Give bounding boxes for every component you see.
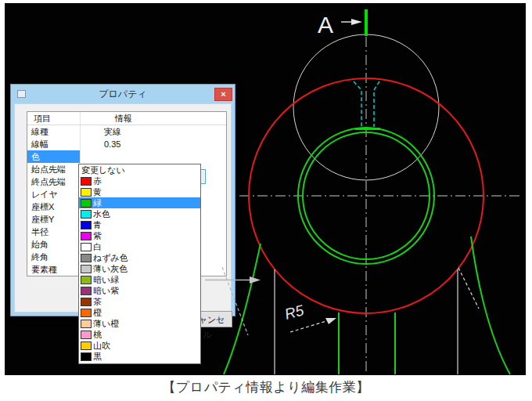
color-option[interactable]: 薄い灰色 — [79, 263, 200, 274]
color-option-label: 黄 — [93, 186, 102, 197]
row-label: 座標Y — [27, 213, 81, 226]
color-option[interactable]: 水色 — [79, 208, 200, 219]
color-option[interactable]: 白 — [79, 241, 200, 252]
color-swatch — [81, 221, 92, 229]
color-option-label: 薄い灰色 — [93, 263, 128, 274]
screenshot-root: A R5 プロパティ × 項目 情報 線種 実線 — [0, 0, 532, 401]
color-option-label: 赤 — [93, 175, 102, 186]
color-option[interactable]: 青 — [79, 219, 200, 230]
color-swatch — [81, 298, 92, 306]
row-label: 要素種 — [27, 263, 81, 276]
color-option[interactable]: 変更しない — [79, 164, 200, 175]
color-swatch — [81, 188, 92, 197]
color-swatch — [81, 199, 92, 208]
color-option[interactable]: 紫 — [79, 230, 200, 241]
color-option-label: 茶 — [93, 296, 102, 307]
color-option-label: 紫 — [93, 230, 102, 241]
header-item: 項目 — [27, 112, 81, 125]
row-label: 色 — [27, 150, 81, 163]
row-label: 半径 — [27, 226, 81, 238]
color-option[interactable]: 赤 — [79, 175, 200, 186]
color-option-label: 青 — [93, 219, 102, 230]
color-swatch — [81, 352, 92, 361]
color-option-highlighted[interactable]: 緑 — [79, 197, 200, 208]
color-option-label: 緑 — [93, 197, 102, 208]
dialog-title: プロパティ — [11, 88, 235, 101]
color-option[interactable]: 暗い緑 — [79, 274, 200, 285]
color-option-label: 山吹 — [93, 340, 110, 351]
row-label: 終角 — [27, 251, 81, 263]
row-value — [81, 150, 226, 163]
row-value: 実線 — [81, 125, 226, 138]
color-option[interactable]: 黄 — [79, 186, 200, 197]
row-label: 線種 — [27, 125, 81, 138]
caption: 【プロパティ情報より編集作業】 — [0, 378, 532, 396]
color-swatch — [81, 276, 92, 284]
row-label: 始点先端 — [27, 163, 81, 175]
color-dropdown-list[interactable]: 変更しない 赤 黄 緑 水色 青 紫 白 — [78, 164, 201, 364]
color-swatch — [81, 232, 92, 240]
table-row[interactable]: 線幅 0.35 — [27, 138, 226, 150]
color-option-label: 水色 — [93, 208, 110, 219]
color-swatch — [81, 320, 92, 328]
color-option[interactable]: 茶 — [79, 296, 200, 307]
color-option[interactable]: 山吹 — [79, 340, 200, 351]
table-row-color-selected[interactable]: 色 — [27, 150, 226, 163]
color-swatch — [81, 254, 92, 262]
header-info: 情報 — [81, 112, 226, 125]
color-swatch — [81, 331, 92, 339]
color-option-label: 橙 — [93, 307, 102, 318]
color-option-label: ねずみ色 — [93, 252, 128, 263]
color-option[interactable]: 黒 — [79, 351, 200, 362]
dialog-titlebar[interactable]: プロパティ × — [11, 85, 235, 103]
color-option-label: 暗い紫 — [93, 285, 119, 296]
color-option-label: 薄い橙 — [93, 318, 119, 329]
row-label: 線幅 — [27, 138, 81, 150]
close-icon[interactable]: × — [214, 88, 232, 101]
color-option[interactable]: 薄い橙 — [79, 318, 200, 329]
row-label: 始角 — [27, 238, 81, 251]
table-row[interactable]: 線種 実線 — [27, 125, 226, 138]
color-option[interactable]: 桃 — [79, 329, 200, 340]
color-option-label: 桃 — [93, 329, 102, 340]
color-option-label: 白 — [93, 241, 102, 252]
color-option-label: 変更しない — [81, 164, 125, 175]
row-value: 0.35 — [81, 138, 226, 150]
color-option-label: 暗い緑 — [93, 274, 119, 285]
row-label: 座標X — [27, 200, 81, 213]
color-option-label: 黒 — [93, 351, 102, 362]
row-label: レイヤ — [27, 188, 81, 200]
color-option[interactable]: 橙 — [79, 307, 200, 318]
table-header-row: 項目 情報 — [27, 112, 226, 125]
color-option[interactable]: 暗い紫 — [79, 285, 200, 296]
color-swatch — [81, 309, 92, 317]
color-swatch — [81, 287, 92, 295]
color-swatch — [81, 341, 92, 350]
color-swatch — [81, 210, 92, 219]
color-swatch — [81, 243, 92, 251]
row-label: 終点先端 — [27, 175, 81, 188]
color-swatch — [81, 265, 92, 273]
color-swatch — [81, 177, 92, 186]
dialog-icon — [17, 90, 26, 98]
color-option[interactable]: ねずみ色 — [79, 252, 200, 263]
